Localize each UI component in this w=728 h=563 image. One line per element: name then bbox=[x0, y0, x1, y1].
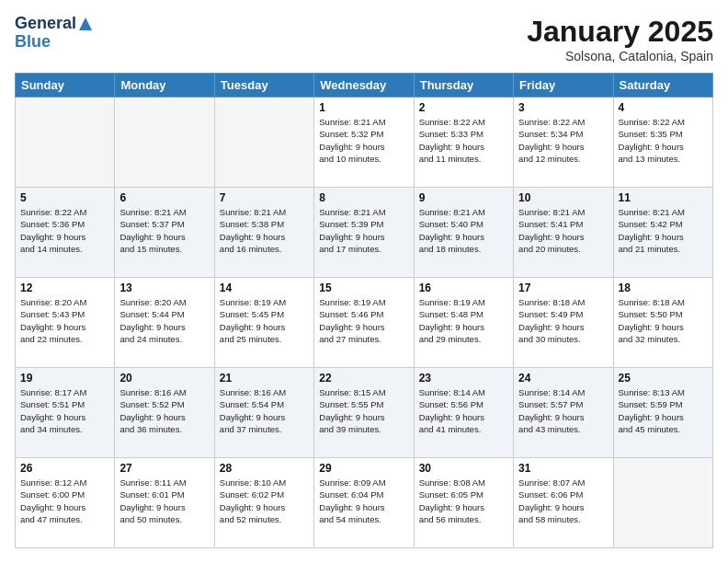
header-saturday: Saturday bbox=[613, 74, 712, 98]
logo-blue: Blue bbox=[15, 33, 94, 52]
table-row: 21Sunrise: 8:16 AM Sunset: 5:54 PM Dayli… bbox=[214, 368, 313, 458]
table-row bbox=[613, 458, 712, 548]
table-row: 22Sunrise: 8:15 AM Sunset: 5:55 PM Dayli… bbox=[314, 368, 414, 458]
table-row: 16Sunrise: 8:19 AM Sunset: 5:48 PM Dayli… bbox=[414, 278, 513, 368]
table-row: 24Sunrise: 8:14 AM Sunset: 5:57 PM Dayli… bbox=[514, 368, 613, 458]
table-row: 10Sunrise: 8:21 AM Sunset: 5:41 PM Dayli… bbox=[514, 188, 613, 278]
logo-icon bbox=[77, 16, 94, 32]
table-row: 15Sunrise: 8:19 AM Sunset: 5:46 PM Dayli… bbox=[314, 278, 414, 368]
table-row: 4Sunrise: 8:22 AM Sunset: 5:35 PM Daylig… bbox=[613, 98, 712, 188]
table-row: 25Sunrise: 8:13 AM Sunset: 5:59 PM Dayli… bbox=[613, 368, 712, 458]
table-row: 29Sunrise: 8:09 AM Sunset: 6:04 PM Dayli… bbox=[314, 458, 414, 548]
header-wednesday: Wednesday bbox=[314, 74, 414, 98]
table-row: 28Sunrise: 8:10 AM Sunset: 6:02 PM Dayli… bbox=[214, 458, 313, 548]
table-row: 20Sunrise: 8:16 AM Sunset: 5:52 PM Dayli… bbox=[115, 368, 214, 458]
header-monday: Monday bbox=[115, 74, 214, 98]
table-row: 31Sunrise: 8:07 AM Sunset: 6:06 PM Dayli… bbox=[514, 458, 613, 548]
logo: General Blue bbox=[15, 15, 94, 52]
table-row: 27Sunrise: 8:11 AM Sunset: 6:01 PM Dayli… bbox=[115, 458, 214, 548]
calendar-header-row: Sunday Monday Tuesday Wednesday Thursday… bbox=[16, 74, 713, 98]
table-row: 13Sunrise: 8:20 AM Sunset: 5:44 PM Dayli… bbox=[115, 278, 214, 368]
table-row: 30Sunrise: 8:08 AM Sunset: 6:05 PM Dayli… bbox=[414, 458, 513, 548]
svg-marker-0 bbox=[79, 17, 92, 30]
table-row: 19Sunrise: 8:17 AM Sunset: 5:51 PM Dayli… bbox=[16, 368, 115, 458]
table-row: 3Sunrise: 8:22 AM Sunset: 5:34 PM Daylig… bbox=[514, 98, 613, 188]
page-header: General Blue January 2025 Solsona, Catal… bbox=[15, 15, 713, 63]
month-title: January 2025 bbox=[527, 15, 713, 49]
header-tuesday: Tuesday bbox=[214, 74, 313, 98]
table-row: 11Sunrise: 8:21 AM Sunset: 5:42 PM Dayli… bbox=[613, 188, 712, 278]
table-row: 8Sunrise: 8:21 AM Sunset: 5:39 PM Daylig… bbox=[314, 188, 414, 278]
table-row: 2Sunrise: 8:22 AM Sunset: 5:33 PM Daylig… bbox=[414, 98, 513, 188]
table-row: 12Sunrise: 8:20 AM Sunset: 5:43 PM Dayli… bbox=[16, 278, 115, 368]
table-row: 14Sunrise: 8:19 AM Sunset: 5:45 PM Dayli… bbox=[214, 278, 313, 368]
calendar: Sunday Monday Tuesday Wednesday Thursday… bbox=[15, 73, 713, 548]
table-row: 1Sunrise: 8:21 AM Sunset: 5:32 PM Daylig… bbox=[314, 98, 414, 188]
table-row bbox=[16, 98, 115, 188]
table-row: 23Sunrise: 8:14 AM Sunset: 5:56 PM Dayli… bbox=[414, 368, 513, 458]
table-row bbox=[214, 98, 313, 188]
table-row: 7Sunrise: 8:21 AM Sunset: 5:38 PM Daylig… bbox=[214, 188, 313, 278]
subtitle: Solsona, Catalonia, Spain bbox=[527, 49, 713, 63]
table-row: 17Sunrise: 8:18 AM Sunset: 5:49 PM Dayli… bbox=[514, 278, 613, 368]
table-row: 6Sunrise: 8:21 AM Sunset: 5:37 PM Daylig… bbox=[115, 188, 214, 278]
table-row bbox=[115, 98, 214, 188]
header-sunday: Sunday bbox=[16, 74, 115, 98]
table-row: 5Sunrise: 8:22 AM Sunset: 5:36 PM Daylig… bbox=[16, 188, 115, 278]
table-row: 26Sunrise: 8:12 AM Sunset: 6:00 PM Dayli… bbox=[16, 458, 115, 548]
table-row: 9Sunrise: 8:21 AM Sunset: 5:40 PM Daylig… bbox=[414, 188, 513, 278]
logo-text: General bbox=[15, 15, 94, 33]
table-row: 18Sunrise: 8:18 AM Sunset: 5:50 PM Dayli… bbox=[613, 278, 712, 368]
header-friday: Friday bbox=[514, 74, 613, 98]
header-thursday: Thursday bbox=[414, 74, 513, 98]
title-block: January 2025 Solsona, Catalonia, Spain bbox=[527, 15, 713, 63]
